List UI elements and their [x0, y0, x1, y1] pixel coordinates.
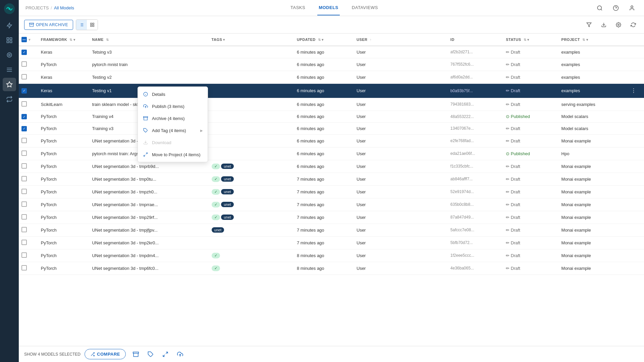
row-checkbox[interactable]: ✓ — [21, 114, 27, 119]
row-checkbox[interactable] — [21, 61, 27, 67]
bottom-tag-icon[interactable] — [145, 348, 157, 360]
row-checkbox[interactable] — [21, 265, 27, 270]
row-checkbox[interactable] — [21, 101, 27, 107]
sidebar-item-home[interactable] — [3, 19, 16, 32]
sidebar-item-models[interactable] — [3, 48, 16, 62]
row-checkbox[interactable] — [21, 74, 27, 79]
row-name: UNet segmentation 3d - tmpjfjpv... — [89, 224, 209, 236]
select-all-checkbox[interactable]: — — [21, 37, 27, 42]
row-user: User — [354, 262, 448, 275]
select-all-header[interactable]: — ▼ — [19, 34, 38, 46]
table-row[interactable]: PyTorchUNet segmentation 3d - tmp29rf...… — [19, 211, 644, 224]
tab-models[interactable]: MODELS — [317, 0, 340, 15]
row-name: UNet segmentation 3d - tmp2kr0... — [89, 236, 209, 249]
name-header[interactable]: NAME⇅ — [89, 34, 209, 46]
table-row[interactable]: PyTorchUNet segmentation 3d - tmprrae...… — [19, 198, 644, 211]
user-icon[interactable] — [627, 3, 637, 13]
row-checkbox[interactable] — [21, 252, 27, 258]
row-checkbox[interactable] — [21, 227, 27, 232]
row-tags: ✓ unet — [209, 211, 294, 224]
sidebar-item-tasks[interactable] — [3, 34, 16, 47]
tab-tasks[interactable]: TASKS — [289, 0, 307, 15]
row-checkbox[interactable] — [21, 201, 27, 207]
info-icon — [143, 91, 149, 97]
id-header[interactable]: ID — [448, 34, 503, 46]
table-row[interactable]: ✓KerasTesting v16 minutes agoUserb0a93b7… — [19, 83, 644, 98]
row-id: eda21ae06f... — [448, 147, 503, 160]
bottom-archive-icon[interactable] — [130, 348, 142, 360]
menu-item-publish[interactable]: Publish (3 items) — [138, 100, 208, 112]
grid-view-button[interactable] — [87, 20, 98, 30]
help-icon[interactable] — [610, 3, 621, 13]
table-row[interactable]: PyTorchUNet segmentation 3d - tmp6fc0...… — [19, 262, 644, 275]
download-icon[interactable] — [598, 19, 609, 30]
list-view-button[interactable] — [76, 20, 87, 30]
sidebar-item-datasets[interactable] — [3, 63, 16, 76]
menu-item-add-tag[interactable]: Add Tag (4 items)▶ — [138, 124, 208, 136]
status-header[interactable]: STATUS⇅▾ — [503, 34, 558, 46]
open-archive-button[interactable]: OPEN ARCHIVE — [24, 20, 73, 30]
row-checkbox[interactable] — [21, 189, 27, 194]
status-badge: ✏ Draft — [506, 50, 520, 55]
row-status: ✏ Draft — [503, 46, 558, 58]
breadcrumb-parent[interactable]: PROJECTS — [25, 5, 49, 10]
tag-pill: ✓ — [212, 253, 220, 258]
row-more-button[interactable]: ⋮ — [630, 87, 638, 95]
table-row[interactable]: PyTorchUNet segmentation 3d - tmp0tu...✓… — [19, 173, 644, 185]
table-row[interactable]: ✓PyTorchTraining v46 minutes agoUser48a5… — [19, 111, 644, 123]
table-row[interactable]: PyTorchUNet segmentation 3d - tmp2kr0...… — [19, 236, 644, 249]
settings-icon[interactable] — [613, 19, 624, 30]
row-id: b0a93b75f... — [448, 83, 503, 98]
table-row[interactable]: ✓PyTorchTraining v36 minutes agoUser1340… — [19, 123, 644, 135]
table-row[interactable]: PyTorchUNet segmentation 3d - tmpdm4...✓… — [19, 249, 644, 262]
compare-button[interactable]: COMPARE — [85, 349, 126, 359]
row-user: User — [354, 111, 448, 123]
row-framework: Keras — [38, 83, 90, 98]
table-row[interactable]: PyTorchUNet segmentation 3d - tmpzh0...✓… — [19, 185, 644, 198]
table-row[interactable]: PyTorchpytorch mnist train: Args/lr=0.01… — [19, 147, 644, 160]
row-checkbox[interactable]: ✓ — [21, 88, 27, 94]
row-tags: ✓ unet — [209, 198, 294, 211]
row-checkbox[interactable]: ✓ — [21, 126, 27, 131]
app-logo[interactable] — [3, 3, 15, 15]
table-row[interactable]: KerasTesting v26 minutes agoUseraf6d0a2d… — [19, 71, 644, 83]
table-row[interactable]: ScikitLearntrain sklearn model - sklearn… — [19, 98, 644, 111]
row-user: User — [354, 236, 448, 249]
status-badge: ✏ Draft — [506, 62, 520, 67]
bottom-upload-icon[interactable] — [174, 348, 186, 360]
menu-item-move-project[interactable]: Move to Project (4 items) — [138, 148, 208, 161]
tab-dataviews[interactable]: DATAVIEWS — [351, 0, 379, 15]
refresh-icon[interactable] — [628, 19, 639, 30]
updated-header[interactable]: UPDATED⇅▾ — [294, 34, 354, 46]
filter-icon[interactable] — [584, 19, 594, 30]
table-row[interactable]: PyTorchUNet segmentation 3d - tmpvjhyl..… — [19, 134, 644, 147]
row-checkbox[interactable] — [21, 240, 27, 245]
svg-point-12 — [597, 6, 601, 10]
name-sort-icon: ⇅ — [106, 38, 109, 42]
table-row[interactable]: PyTorchpytorch mnist train6 minutes agoU… — [19, 58, 644, 71]
framework-header[interactable]: FRAMEWORK⇅▾ — [38, 34, 90, 46]
bottom-move-icon[interactable] — [159, 348, 171, 360]
project-header[interactable]: PROJECT⇅▾ — [559, 34, 627, 46]
row-tags: ✓ unet — [209, 160, 294, 173]
row-checkbox[interactable] — [21, 214, 27, 220]
row-name: UNet segmentation 3d - tmp29rf... — [89, 211, 209, 224]
table-row[interactable]: ✓KerasTetsing v36 minutes agoUseraf2b2d2… — [19, 46, 644, 58]
table-row[interactable]: PyTorchUNet segmentation 3d - tmprb9d...… — [19, 160, 644, 173]
row-checkbox[interactable] — [21, 138, 27, 143]
row-checkbox[interactable]: ✓ — [21, 50, 27, 55]
sidebar-item-pipelines[interactable] — [3, 93, 16, 106]
tags-header[interactable]: TAGS▾ — [209, 34, 294, 46]
user-header[interactable]: USER↑ — [354, 34, 448, 46]
row-tags: ✓ — [209, 262, 294, 275]
row-checkbox[interactable] — [21, 163, 27, 169]
row-status: ✏ Draft — [503, 123, 558, 135]
row-checkbox[interactable] — [21, 176, 27, 181]
search-icon[interactable] — [594, 3, 605, 13]
row-checkbox[interactable] — [21, 150, 27, 156]
menu-item-archive[interactable]: Archive (4 items) — [138, 112, 208, 124]
menu-item-details[interactable]: Details — [138, 88, 208, 100]
row-tags — [209, 134, 294, 147]
table-row[interactable]: PyTorchUNet segmentation 3d - tmpjfjpv..… — [19, 224, 644, 236]
sidebar-item-ml[interactable] — [3, 78, 16, 91]
